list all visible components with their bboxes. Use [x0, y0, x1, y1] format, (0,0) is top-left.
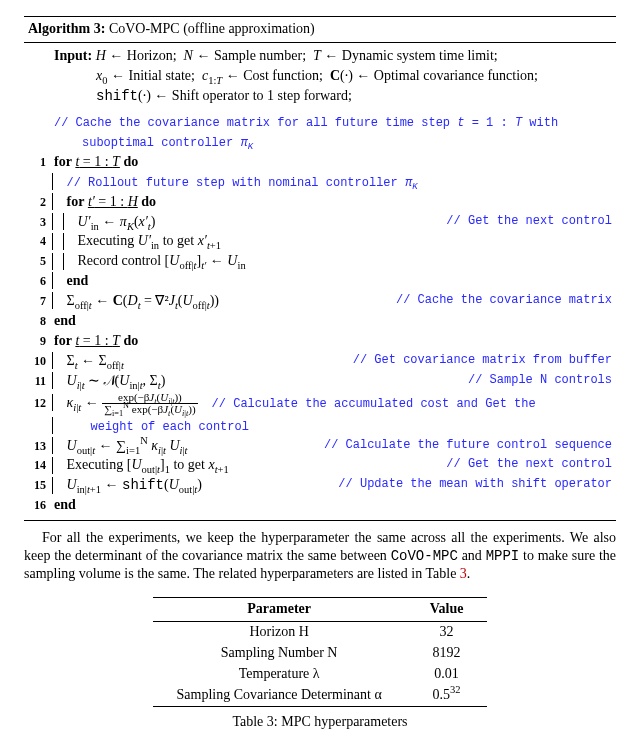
lineno: 4 — [24, 233, 52, 249]
cell: Horizon H — [153, 622, 406, 643]
algo-line-13: Uout|t ← ∑i=1N κi|t Ui|t — [67, 438, 188, 453]
comment-rollout: // Rollout future step with nominal cont… — [67, 176, 418, 190]
cell: Temperature λ — [153, 664, 406, 685]
lineno: 13 — [24, 438, 52, 454]
cell: Sampling Number N — [153, 643, 406, 664]
for2-cond: t′ = 1 : H — [88, 194, 141, 209]
algo-line-4: Executing U′in to get x′t+1 — [78, 233, 222, 248]
input-line-1: H ← Horizon; N ← Sample number; T ← Dyna… — [96, 48, 498, 63]
comment-cache-b: suboptimal controller πK — [82, 136, 253, 150]
body-paragraph: For all the experiments, we keep the hyp… — [24, 529, 616, 584]
cell: 32 — [406, 622, 488, 643]
comment-12a: // Calculate the accumulated cost and Ge… — [212, 397, 536, 411]
kw-do: do — [141, 194, 156, 209]
algo-line-3: U′in ← πK(x′t) — [78, 214, 156, 229]
lineno: 1 — [24, 154, 52, 170]
lineno: 3 — [24, 214, 52, 230]
lineno: 11 — [24, 373, 52, 389]
for3-cond: t = 1 : T — [75, 333, 123, 348]
algorithm-box: Algorithm 3: CoVO-MPC (offline approxima… — [24, 16, 616, 521]
cell: 8192 — [406, 643, 488, 664]
lineno: 16 — [24, 497, 52, 513]
algo-line-12: κi|t ← exp(−βJt(Ui|t))∑i=1N exp(−βJt(Ui|… — [67, 395, 202, 410]
algorithm-body: Input: H ← Horizon; N ← Sample number; T… — [24, 43, 616, 520]
cell: Sampling Covariance Determinant α — [153, 685, 406, 706]
algo-line-14: Executing [Uout|t]1 to get xt+1 — [67, 457, 229, 472]
cell: 0.01 — [406, 664, 488, 685]
table-row: Temperature λ0.01 — [153, 664, 488, 685]
for1-cond: t = 1 : T — [75, 154, 123, 169]
comment-14: // Get the next control — [446, 456, 612, 472]
kw-end: end — [54, 497, 76, 512]
col-header-value: Value — [406, 598, 488, 622]
comment-11: // Sample N controls — [468, 372, 612, 388]
kw-do: do — [123, 154, 138, 169]
algo-line-15: Uin|t+1 ← shift(Uout|t) — [67, 477, 202, 492]
kw-for: for — [54, 154, 72, 169]
algorithm-title: Algorithm 3: CoVO-MPC (offline approxima… — [24, 17, 616, 42]
algo-name: CoVO-MPC (offline approximation) — [109, 21, 315, 36]
table-row: Sampling Number N8192 — [153, 643, 488, 664]
cell: 0.532 — [406, 685, 488, 706]
code-covo: CoVO-MPC — [391, 548, 458, 564]
lineno: 10 — [24, 353, 52, 369]
kw-end: end — [54, 313, 76, 328]
comment-15: // Update the mean with shift operator — [338, 476, 612, 492]
comment-10: // Get covariance matrix from buffer — [353, 352, 612, 368]
input-line-3: shift(·) ← Shift operator to 1 step forw… — [96, 88, 352, 103]
code-mppi: MPPI — [486, 548, 520, 564]
algo-line-11: Ui|t ∼ 𝒩(Uin|t, Σt) — [67, 373, 166, 388]
kw-for: for — [67, 194, 85, 209]
table-row: Sampling Covariance Determinant α0.532 — [153, 685, 488, 706]
comment-3: // Get the next control — [446, 213, 612, 229]
para-text-b: and — [458, 548, 486, 563]
lineno: 9 — [24, 333, 52, 349]
comment-7: // Cache the covariance matrix — [396, 292, 612, 308]
kw-end: end — [67, 273, 89, 288]
comment-cache-a: // Cache the covariance matrix for all f… — [54, 116, 558, 130]
lineno: 12 — [24, 395, 52, 411]
lineno: 14 — [24, 457, 52, 473]
algo-line-5: Record control [Uoff|t]t′ ← Uin — [78, 253, 246, 268]
comment-12b: weight of each control — [67, 420, 249, 434]
lineno: 7 — [24, 293, 52, 309]
algo-line-7: Σoff|t ← C(Dt = ∇²Jt(Uoff|t)) — [67, 293, 220, 308]
para-text-d: . — [467, 566, 471, 581]
table-ref[interactable]: 3 — [460, 566, 467, 581]
kw-for: for — [54, 333, 72, 348]
hyperparameter-table: ParameterValue Horizon H32 Sampling Numb… — [153, 597, 488, 706]
comment-13: // Calculate the future control sequence — [324, 437, 612, 453]
table-caption: Table 3: MPC hyperparameters — [24, 713, 616, 732]
kw-do: do — [123, 333, 138, 348]
lineno: 2 — [24, 194, 52, 210]
algo-heading: Algorithm 3: — [28, 21, 105, 36]
lineno: 15 — [24, 477, 52, 493]
lineno: 5 — [24, 253, 52, 269]
algo-line-10: Σt ← Σoff|t — [67, 353, 124, 368]
input-line-2: x0 ← Initial state; c1:T ← Cost function… — [96, 68, 538, 83]
table-row: Horizon H32 — [153, 622, 488, 643]
lineno: 8 — [24, 313, 52, 329]
input-label: Input: — [54, 48, 92, 63]
col-header-parameter: Parameter — [153, 598, 406, 622]
lineno: 6 — [24, 273, 52, 289]
